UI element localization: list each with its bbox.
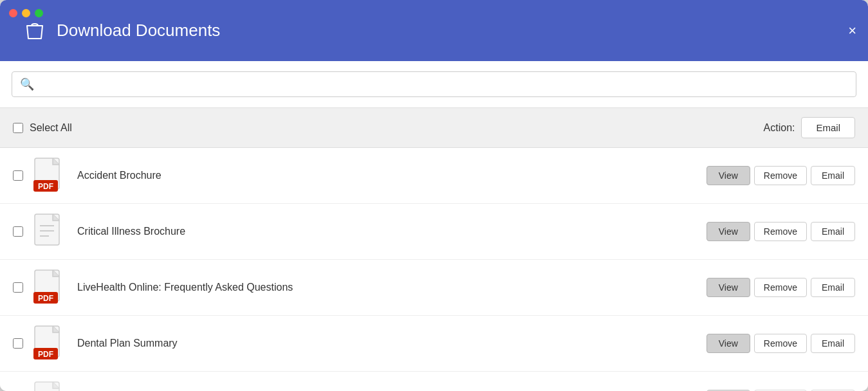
document-list: PDF Accident Brochure View Remove Email …	[0, 148, 868, 391]
doc-checkbox-1[interactable]	[13, 170, 23, 181]
doc-actions-1: View Remove Email	[706, 166, 855, 185]
doc-checkbox-4[interactable]	[13, 338, 23, 349]
search-icon: 🔍	[20, 77, 34, 91]
action-area: Action: Email	[764, 117, 855, 138]
document-item: PDF Dental Plan Summary View Remove Emai…	[0, 316, 868, 372]
traffic-lights	[9, 9, 43, 17]
email-button-2[interactable]: Email	[811, 222, 855, 241]
pdf-icon-5	[33, 381, 66, 391]
remove-button-1[interactable]: Remove	[754, 166, 807, 185]
doc-name-3: LiveHealth Online: Frequently Asked Ques…	[77, 282, 706, 293]
view-button-1[interactable]: View	[706, 166, 750, 185]
pdf-icon-4: PDF	[33, 325, 66, 362]
email-button-1[interactable]: Email	[811, 166, 855, 185]
svg-text:PDF: PDF	[38, 294, 53, 303]
email-button-3[interactable]: Email	[811, 278, 855, 297]
doc-actions-3: View Remove Email	[706, 278, 855, 297]
action-email-button[interactable]: Email	[801, 117, 855, 138]
document-item: PDF Accident Brochure View Remove Email	[0, 148, 868, 204]
remove-button-3[interactable]: Remove	[754, 278, 807, 297]
view-button-3[interactable]: View	[706, 278, 750, 297]
pdf-icon-3: PDF	[33, 269, 66, 306]
window-close-button[interactable]: ×	[848, 24, 856, 38]
search-input[interactable]	[39, 79, 848, 90]
toolbar: Select All Action: Email	[0, 108, 868, 148]
doc-checkbox-3[interactable]	[13, 282, 23, 293]
download-documents-window: Download Documents × 🔍 Select All Action…	[0, 0, 868, 391]
doc-name-4: Dental Plan Summary	[77, 338, 706, 349]
document-item: PDF LiveHealth Online: Frequently Asked …	[0, 260, 868, 316]
maximize-traffic-light[interactable]	[35, 9, 43, 17]
title-bar: Download Documents ×	[0, 0, 868, 61]
pdf-icon-2	[33, 213, 66, 250]
svg-text:PDF: PDF	[38, 182, 53, 191]
view-button-2[interactable]: View	[706, 222, 750, 241]
search-bar: 🔍	[0, 61, 868, 108]
document-item: Critical Illness Brochure View Remove Em…	[0, 204, 868, 260]
select-all-wrapper: Select All	[13, 122, 72, 134]
doc-name-2: Critical Illness Brochure	[77, 226, 706, 237]
doc-actions-2: View Remove Email	[706, 222, 855, 241]
close-traffic-light[interactable]	[9, 9, 17, 17]
email-button-4[interactable]: Email	[811, 334, 855, 353]
view-button-4[interactable]: View	[706, 334, 750, 353]
document-item: How Much Can You Save on Dental Costs Vi…	[0, 372, 868, 391]
action-label: Action:	[764, 122, 795, 134]
bag-icon	[23, 19, 46, 45]
doc-actions-4: View Remove Email	[706, 334, 855, 353]
search-input-wrapper: 🔍	[12, 71, 856, 97]
pdf-icon-1: PDF	[33, 157, 66, 194]
remove-button-4[interactable]: Remove	[754, 334, 807, 353]
window-title: Download Documents	[57, 21, 220, 41]
select-all-label[interactable]: Select All	[30, 122, 72, 134]
remove-button-2[interactable]: Remove	[754, 222, 807, 241]
svg-text:PDF: PDF	[38, 350, 53, 359]
doc-checkbox-2[interactable]	[13, 226, 23, 237]
doc-name-1: Accident Brochure	[77, 170, 706, 181]
minimize-traffic-light[interactable]	[22, 9, 30, 17]
select-all-checkbox[interactable]	[13, 123, 23, 133]
